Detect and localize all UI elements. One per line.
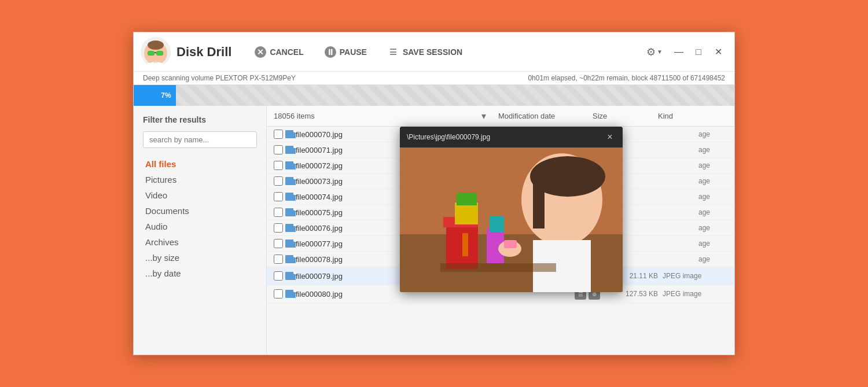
sidebar-item-all-files[interactable]: All files xyxy=(143,156,257,172)
statusbar: Deep scanning volume PLEXTOR PX-512M9PeY… xyxy=(134,72,734,85)
file-checkbox[interactable] xyxy=(274,176,283,186)
col-mod-header[interactable]: Modification date xyxy=(498,112,585,120)
progress-background xyxy=(134,85,734,106)
svg-rect-22 xyxy=(440,263,556,272)
svg-rect-5 xyxy=(148,51,154,55)
partial-kind: age xyxy=(698,193,727,201)
file-checkbox[interactable] xyxy=(274,161,283,170)
scan-status-left: Deep scanning volume PLEXTOR PX-512M9PeY xyxy=(143,74,296,82)
sidebar-item-by-size[interactable]: ...by size xyxy=(143,250,257,266)
preview-popup: \Pictures\jpg\file000079.jpg × xyxy=(400,127,623,292)
file-checkbox[interactable] xyxy=(274,145,283,154)
file-type-icon xyxy=(285,146,296,154)
settings-button[interactable]: ⚙ ▼ xyxy=(641,42,668,62)
maximize-icon: □ xyxy=(696,47,701,57)
svg-rect-19 xyxy=(490,216,504,232)
svg-rect-16 xyxy=(457,193,477,205)
partial-kind: age xyxy=(698,177,727,185)
file-list-header: 18056 items ▾ Modification date Size Kin… xyxy=(267,106,734,127)
svg-rect-13 xyxy=(446,223,478,269)
partial-kind: age xyxy=(698,161,727,169)
sidebar-item-audio[interactable]: Audio xyxy=(143,219,257,234)
close-icon: ✕ xyxy=(715,46,722,57)
svg-rect-11 xyxy=(533,182,545,228)
preview-path: \Pictures\jpg\file000079.jpg xyxy=(407,133,604,141)
toolbar-buttons: ✕ CANCEL ⏸ PAUSE ☰ SAVE SESSION xyxy=(245,42,472,62)
logo-svg xyxy=(141,37,171,67)
minimize-button[interactable]: — xyxy=(670,43,688,61)
col-size-header[interactable]: Size xyxy=(593,112,650,120)
app-logo xyxy=(141,37,171,67)
progress-fill: 7% xyxy=(134,85,176,106)
close-button[interactable]: ✕ xyxy=(709,43,727,61)
filter-dropdown-button[interactable]: ▾ xyxy=(481,110,486,121)
sidebar: Filter the results All files Pictures Vi… xyxy=(134,106,267,355)
file-type-icon xyxy=(285,239,296,248)
partial-kind: age xyxy=(698,255,727,263)
sidebar-item-pictures[interactable]: Pictures xyxy=(143,172,257,187)
file-checkbox[interactable] xyxy=(274,130,283,139)
file-type-icon xyxy=(285,208,296,216)
filter-title: Filter the results xyxy=(143,115,257,124)
svg-rect-17 xyxy=(462,233,468,256)
save-session-button[interactable]: ☰ SAVE SESSION xyxy=(378,42,472,62)
preview-close-button[interactable]: × xyxy=(604,131,616,143)
file-checkbox[interactable] xyxy=(274,223,283,233)
partial-kind: age xyxy=(698,146,727,154)
file-checkbox[interactable] xyxy=(274,208,283,217)
save-icon: ☰ xyxy=(388,46,399,58)
svg-rect-6 xyxy=(157,51,163,55)
file-type-icon xyxy=(285,193,296,201)
svg-rect-21 xyxy=(504,240,517,248)
window-controls: ⚙ ▼ — □ ✕ xyxy=(641,42,727,62)
file-checkbox[interactable] xyxy=(274,289,283,298)
file-type-icon xyxy=(285,161,296,169)
file-checkbox[interactable] xyxy=(274,192,283,201)
partial-kind: age xyxy=(698,224,727,232)
partial-kind: age xyxy=(698,239,727,248)
col-kind-header[interactable]: Kind xyxy=(658,112,727,120)
pause-button[interactable]: ⏸ PAUSE xyxy=(315,42,376,62)
file-checkbox[interactable] xyxy=(274,255,283,264)
scan-status-right: 0h01m elapsed, ~0h22m remain, block 4871… xyxy=(528,74,725,82)
maximize-button[interactable]: □ xyxy=(689,43,708,61)
file-type-icon xyxy=(285,272,296,280)
gear-dropdown-arrow: ▼ xyxy=(657,49,663,55)
progress-bar-area: 7% xyxy=(134,85,734,106)
file-kind: JPEG image xyxy=(658,290,727,298)
sidebar-item-documents[interactable]: Documents xyxy=(143,203,257,219)
preview-image xyxy=(400,148,623,292)
file-type-icon xyxy=(285,177,296,185)
file-type-icon xyxy=(285,130,296,138)
preview-svg xyxy=(400,148,623,292)
file-type-icon xyxy=(285,224,296,232)
progress-label: 7% xyxy=(161,91,171,99)
app-title: Disk Drill xyxy=(176,45,231,60)
svg-point-1 xyxy=(148,40,164,50)
file-kind: JPEG image xyxy=(658,272,727,280)
gear-icon: ⚙ xyxy=(646,46,656,58)
search-input[interactable] xyxy=(143,131,257,148)
preview-header: \Pictures\jpg\file000079.jpg × xyxy=(400,127,623,148)
file-list-area: 18056 items ▾ Modification date Size Kin… xyxy=(267,106,734,355)
file-type-icon xyxy=(285,290,296,298)
sidebar-item-by-date[interactable]: ...by date xyxy=(143,266,257,281)
pause-icon: ⏸ xyxy=(325,46,336,58)
minimize-icon: — xyxy=(674,47,683,57)
titlebar: Disk Drill ✕ CANCEL ⏸ PAUSE ☰ SAVE SESSI… xyxy=(134,32,734,72)
file-type-icon xyxy=(285,255,296,263)
partial-kind: age xyxy=(698,130,727,138)
cancel-button[interactable]: ✕ CANCEL xyxy=(245,42,312,62)
file-checkbox[interactable] xyxy=(274,271,283,281)
logo-area: Disk Drill xyxy=(141,37,231,67)
sidebar-item-archives[interactable]: Archives xyxy=(143,234,257,250)
svg-rect-15 xyxy=(455,202,478,224)
sidebar-item-video[interactable]: Video xyxy=(143,187,257,203)
main-window: Disk Drill ✕ CANCEL ⏸ PAUSE ☰ SAVE SESSI… xyxy=(133,32,735,355)
partial-kind: age xyxy=(698,208,727,216)
main-content: Filter the results All files Pictures Vi… xyxy=(134,106,734,355)
cancel-icon: ✕ xyxy=(255,46,266,58)
item-count: 18056 items xyxy=(274,112,481,120)
file-checkbox[interactable] xyxy=(274,239,283,248)
